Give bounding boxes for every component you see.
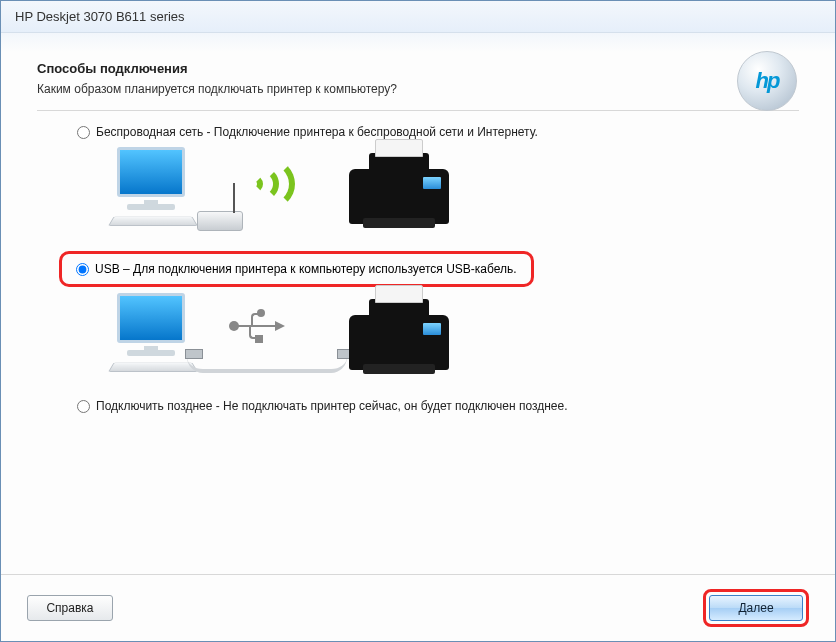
keyboard-icon	[108, 217, 198, 226]
printer-icon	[349, 169, 449, 224]
radio-usb-label[interactable]: USB – Для подключения принтера к компьют…	[95, 262, 517, 276]
help-button[interactable]: Справка	[27, 595, 113, 621]
page-heading: Способы подключения	[37, 61, 799, 76]
wireless-illustration	[37, 141, 799, 251]
option-later[interactable]: Подключить позднее - Не подключать принт…	[37, 397, 799, 415]
radio-later[interactable]	[77, 400, 90, 413]
radio-usb[interactable]	[76, 263, 89, 276]
radio-wireless-label[interactable]: Беспроводная сеть - Подключение принтера…	[96, 125, 538, 139]
title-bar: HP Deskjet 3070 B611 series	[1, 1, 835, 33]
next-button-highlight: Далее	[703, 589, 809, 627]
cable-icon	[187, 357, 347, 373]
radio-later-label[interactable]: Подключить позднее - Не подключать принт…	[96, 399, 568, 413]
page-subheading: Каким образом планируется подключать при…	[37, 82, 799, 96]
monitor-icon	[117, 293, 185, 343]
footer-bar: Справка Далее	[1, 574, 835, 641]
installer-window: HP Deskjet 3070 B611 series Способы подк…	[0, 0, 836, 642]
usb-illustration	[37, 287, 799, 397]
content-area: Способы подключения Каким образом планир…	[1, 33, 835, 574]
option-usb-highlight: USB – Для подключения принтера к компьют…	[59, 251, 534, 287]
hp-logo-icon: hp	[737, 51, 797, 111]
wifi-icon	[245, 157, 299, 211]
divider	[37, 110, 799, 111]
window-title: HP Deskjet 3070 B611 series	[15, 9, 185, 24]
next-button[interactable]: Далее	[709, 595, 803, 621]
radio-wireless[interactable]	[77, 126, 90, 139]
router-icon	[197, 211, 243, 231]
usb-icon	[235, 311, 277, 341]
monitor-icon	[117, 147, 185, 197]
printer-icon	[349, 315, 449, 370]
keyboard-icon	[108, 363, 198, 372]
